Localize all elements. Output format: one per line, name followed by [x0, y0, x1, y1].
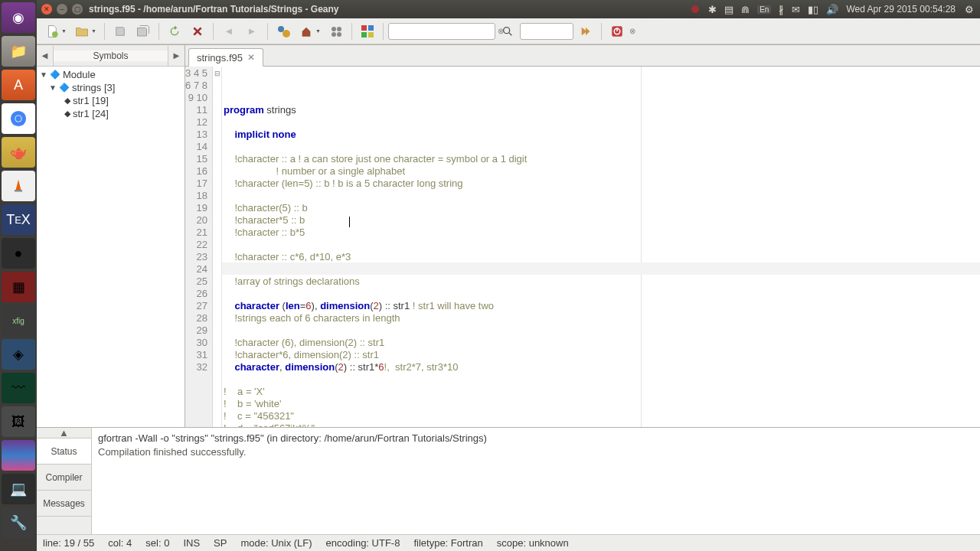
- program-icon: 🔷: [59, 83, 70, 93]
- l11: !character(5) :: b: [224, 202, 308, 214]
- launcher-vlc[interactable]: [2, 171, 35, 201]
- sidebar-tab-symbols[interactable]: Symbols: [54, 51, 168, 61]
- close-file-button[interactable]: [187, 21, 208, 42]
- search-input[interactable]: [392, 27, 498, 36]
- l9: !character (len=5) :: b ! b is a 5 chara…: [224, 178, 463, 189]
- sidebar-next[interactable]: ►: [168, 46, 185, 66]
- msg-tab-status[interactable]: Status: [37, 439, 91, 465]
- search-field[interactable]: ⊗: [388, 23, 495, 40]
- var-icon: ◆: [64, 109, 70, 119]
- tree-root[interactable]: ▼🔷Module: [38, 68, 183, 81]
- launcher-app7[interactable]: 🔧: [2, 507, 35, 538]
- unity-launcher[interactable]: ◉ 📁 A 🫖 TEX ● ▦ xfig ◈ 〰 🖼 💻 🔧: [0, 0, 37, 551]
- quit-button[interactable]: [606, 21, 628, 42]
- launcher-xfig[interactable]: xfig: [2, 305, 35, 336]
- geany-window: ✕ – ▢ strings.f95 - /home/arun/Fortran T…: [37, 0, 980, 551]
- statusbar: line: 19 / 55 col: 4 sel: 0 INS SP mode:…: [37, 534, 980, 551]
- l22: !character (6), dimension(2) :: str1: [224, 337, 384, 348]
- build-button[interactable]: [296, 21, 317, 42]
- lang-indicator[interactable]: En: [757, 5, 771, 14]
- l15: !character :: c*6, d*10, e*3: [224, 251, 351, 262]
- launcher-geany[interactable]: 🫖: [2, 137, 35, 168]
- svg-rect-14: [361, 32, 367, 37]
- launcher-files[interactable]: 📁: [2, 36, 35, 67]
- new-file-button[interactable]: [41, 21, 63, 42]
- launcher-app3[interactable]: 〰: [2, 373, 35, 403]
- msg-line-1: gfortran -Wall -o "strings" "strings.f95…: [98, 432, 974, 445]
- tree-sub[interactable]: ▼🔷strings [3]: [38, 81, 183, 94]
- svg-rect-3: [15, 190, 22, 192]
- code-area[interactable]: 3 4 5 6 7 8 9 10 11 12 13 14 15 16 17 18…: [185, 67, 980, 427]
- record-icon[interactable]: [690, 4, 701, 15]
- build-dropdown[interactable]: ▼: [315, 28, 321, 34]
- color-chooser-button[interactable]: [357, 21, 378, 42]
- volume-icon[interactable]: 🔊: [826, 4, 838, 15]
- execute-button[interactable]: [325, 21, 347, 42]
- tree-leaf-1[interactable]: ◆str1 [19]: [38, 94, 183, 107]
- text-cursor: [349, 217, 350, 227]
- status-sp: SP: [214, 537, 227, 549]
- nav-fwd-button[interactable]: ►: [241, 21, 263, 42]
- msg-collapse[interactable]: ▲: [37, 428, 91, 439]
- goto-button[interactable]: [575, 21, 596, 42]
- save-button[interactable]: [109, 21, 131, 42]
- msg-tab-messages[interactable]: Messages: [37, 491, 91, 517]
- reload-button[interactable]: [164, 21, 185, 42]
- battery-icon[interactable]: ▮▯: [808, 4, 818, 15]
- l3-rest: strings: [264, 104, 296, 116]
- goto-clear-icon[interactable]: ⊗: [629, 27, 635, 35]
- find-button[interactable]: [497, 21, 518, 42]
- status-mode: mode: Unix (LF): [240, 537, 312, 549]
- status-col: col: 4: [108, 537, 132, 549]
- launcher-app2[interactable]: ▦: [2, 272, 35, 302]
- clock[interactable]: Wed Apr 29 2015 00:54:28: [846, 4, 956, 15]
- window-maximize[interactable]: ▢: [72, 4, 83, 15]
- wifi-icon[interactable]: ⋒: [741, 4, 750, 15]
- window-close[interactable]: ✕: [41, 4, 52, 15]
- launcher-dash[interactable]: ◉: [2, 2, 35, 33]
- launcher-app5[interactable]: [2, 440, 35, 471]
- mail-icon[interactable]: ✉: [792, 4, 800, 15]
- msg-line-2: Compilation finished successfully.: [98, 445, 974, 459]
- tree-root-label: Module: [63, 69, 96, 80]
- launcher-app4[interactable]: 🖼: [2, 406, 35, 437]
- l17: !array of strings declarations: [224, 276, 360, 287]
- l12: !character*5 :: b: [224, 214, 305, 226]
- launcher-app6[interactable]: 💻: [2, 474, 35, 504]
- close-tab-icon[interactable]: ✕: [247, 52, 255, 63]
- window-minimize[interactable]: –: [57, 4, 67, 15]
- module-icon: 🔷: [50, 70, 60, 80]
- svg-point-2: [15, 116, 21, 121]
- tree-sub-label: strings [3]: [72, 82, 115, 93]
- editor: strings.f95✕ 3 4 5 6 7 8 9 10 11 12 13 1…: [185, 45, 980, 427]
- doc-icon[interactable]: ▤: [724, 4, 733, 15]
- goto-field[interactable]: ⊗: [520, 23, 573, 40]
- msg-content[interactable]: gfortran -Wall -o "strings" "strings.f95…: [92, 428, 980, 534]
- svg-point-5: [52, 31, 58, 37]
- open-dropdown[interactable]: ▼: [91, 28, 96, 34]
- launcher-software[interactable]: A: [2, 70, 35, 100]
- sidebar-prev[interactable]: ◄: [37, 46, 54, 66]
- symbol-tree[interactable]: ▼🔷Module ▼🔷strings [3] ◆str1 [19] ◆str1 …: [37, 67, 185, 427]
- new-dropdown[interactable]: ▼: [61, 28, 67, 34]
- open-file-button[interactable]: [71, 21, 93, 42]
- status-sel: sel: 0: [145, 537, 169, 549]
- toolbar: ▼ ▼ ◄ ► ▼ ⊗ ⊗: [37, 18, 980, 44]
- fold-margin[interactable]: ⊟: [213, 67, 222, 427]
- launcher-app1[interactable]: ●: [2, 238, 35, 269]
- tree-leaf-2[interactable]: ◆str1 [24]: [38, 107, 183, 120]
- save-all-button[interactable]: [132, 21, 154, 42]
- bluetooth-icon[interactable]: ∦: [779, 4, 784, 15]
- file-tab[interactable]: strings.f95✕: [188, 48, 263, 67]
- code-text[interactable]: program strings implicit none !character…: [222, 67, 980, 427]
- compile-button[interactable]: [273, 21, 294, 42]
- nav-back-button[interactable]: ◄: [218, 21, 240, 42]
- launcher-virtualbox[interactable]: ◈: [2, 339, 35, 370]
- dropbox-icon[interactable]: ✱: [708, 4, 717, 15]
- file-tab-label: strings.f95: [197, 52, 243, 64]
- msg-tab-compiler[interactable]: Compiler: [37, 465, 91, 491]
- settings-icon[interactable]: ⚙: [963, 4, 975, 15]
- launcher-chrome[interactable]: [2, 103, 35, 134]
- launcher-tex[interactable]: TEX: [2, 204, 35, 235]
- svg-point-6: [278, 26, 284, 32]
